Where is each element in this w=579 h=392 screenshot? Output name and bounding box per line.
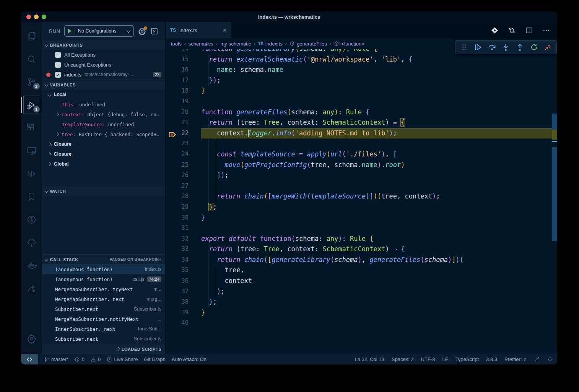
variables-section-header[interactable]: VARIABLES (42, 80, 165, 89)
gutter[interactable]: 31 (166, 223, 201, 234)
gutter[interactable]: 36 (166, 276, 201, 286)
checkbox-checked[interactable] (55, 72, 61, 78)
status-item-live-share[interactable]: Live Share (107, 356, 138, 362)
minimize-window-button[interactable] (34, 15, 39, 19)
call-stack-section-header[interactable]: CALL STACK PAUSED ON BREAKPOINT (42, 254, 165, 264)
breakpoints-section-header[interactable]: BREAKPOINTS (42, 40, 165, 50)
status-item-bell[interactable] (547, 357, 553, 362)
remote-indicator[interactable] (21, 354, 38, 364)
activity-item-docker[interactable] (23, 254, 41, 277)
gutter[interactable]: 19 (166, 96, 201, 107)
variable-row[interactable]: tree: HostTree {_backend: ScopedH… (42, 129, 165, 139)
zoom-window-button[interactable] (42, 15, 46, 19)
activity-item-explorer[interactable] (23, 24, 41, 47)
run-debug-diamond-icon[interactable] (491, 26, 499, 34)
activity-item-settings-gear[interactable] (23, 327, 41, 350)
activity-item-search[interactable] (23, 47, 41, 70)
breadcrumb-item[interactable]: schematics (189, 41, 213, 47)
gutter[interactable]: 40 (166, 318, 201, 329)
activity-item-run-debug[interactable]: 1 (23, 93, 41, 116)
breadcrumb-item[interactable]: tools (171, 41, 181, 47)
loaded-scripts-section-header[interactable]: LOADED SCRIPTS (42, 344, 165, 354)
open-changes-icon[interactable] (508, 26, 516, 34)
call-stack-frame[interactable]: (anonymous function)call.js74:24 (42, 274, 165, 284)
activity-item-bookmarks[interactable] (23, 185, 41, 208)
variable-row[interactable]: context: Object {debug: false, en… (42, 109, 165, 119)
variable-row[interactable]: Closure (42, 149, 165, 159)
gutter[interactable]: 17 (166, 75, 201, 86)
status-item-ln-22-col-13[interactable]: Ln 22, Col 13 (355, 356, 384, 362)
launch-config-dropdown[interactable]: No Configurations (64, 25, 134, 37)
gutter[interactable]: 29 (166, 202, 201, 213)
activity-item-gitlens[interactable] (23, 208, 41, 231)
breadcrumb-item[interactable]: my-schematic (220, 41, 251, 47)
gutter[interactable]: 21 (166, 117, 201, 128)
start-debug-icon[interactable] (68, 29, 72, 33)
variable-row[interactable]: Closure (42, 139, 165, 149)
status-item-feedback-person[interactable] (535, 357, 540, 362)
more-actions-icon[interactable] (542, 26, 550, 34)
variable-row[interactable]: Global (42, 159, 165, 169)
activity-item-extensions[interactable] (23, 116, 41, 139)
gutter[interactable]: 18 (166, 86, 201, 96)
gutter[interactable]: 24 (166, 149, 201, 160)
configure-gear-button[interactable] (138, 27, 146, 35)
gutter[interactable]: 39 (166, 307, 201, 318)
activity-item-remote-explorer[interactable] (23, 139, 41, 162)
status-item-typescript[interactable]: TypeScript (455, 356, 479, 362)
status-item-prettier-[interactable]: Prettier: ✓ (504, 356, 527, 362)
gutter[interactable]: 32 (166, 234, 201, 244)
overview-ruler[interactable] (552, 49, 557, 354)
gutter[interactable]: 27 (166, 181, 201, 192)
gutter[interactable]: 33 (166, 244, 201, 255)
variable-row[interactable]: Local (42, 89, 165, 99)
call-stack-frame[interactable]: InnerSubscriber._nextInnerSub... (42, 324, 165, 334)
activity-item-todo-tree[interactable] (23, 231, 41, 254)
status-item-git-graph[interactable]: Git Graph (144, 356, 165, 362)
gutter[interactable]: 28 (166, 191, 201, 202)
call-stack-frame[interactable]: Subscriber.nextSubscriber.ts (42, 334, 165, 344)
breadcrumb-item[interactable]: TSindex.ts (258, 41, 283, 47)
checkbox[interactable] (55, 62, 61, 68)
debug-console-button[interactable] (150, 27, 158, 35)
call-stack-frame[interactable]: MergeMapSubscriber._nextmerg... (42, 294, 165, 304)
disconnect-button[interactable] (542, 42, 554, 53)
breakpoint-row[interactable]: index.tstools/schematics/my-sch...22 (42, 70, 165, 80)
call-stack-frame[interactable]: Subscriber.nextSubscriber.ts (42, 304, 165, 314)
gutter[interactable]: 16 (166, 65, 201, 75)
breakpoint-row[interactable]: Uncaught Exceptions (42, 60, 165, 70)
activity-item-nx-console[interactable] (23, 162, 41, 185)
status-item-utf-8[interactable]: UTF-8 (421, 356, 435, 362)
gutter[interactable]: 20 (166, 107, 201, 118)
code-editor[interactable]: 14function generateLibrary(schema: any):… (166, 49, 557, 354)
gutter[interactable]: 37 (166, 286, 201, 297)
step-into-button[interactable] (500, 42, 512, 53)
status-item-0[interactable]: 0 (91, 356, 101, 362)
gutter[interactable]: 26 (166, 170, 201, 181)
call-stack-frame[interactable]: (anonymous function)index.ts (42, 264, 165, 274)
status-item-auto-attach-on[interactable]: Auto Attach: On (172, 356, 207, 362)
gutter[interactable]: 14 (166, 49, 201, 54)
gutter[interactable]: 34 (166, 255, 201, 265)
status-item-0[interactable]: 0 (75, 356, 85, 362)
split-editor-icon[interactable] (525, 26, 533, 34)
status-item-3-8-3[interactable]: 3.8.3 (486, 356, 497, 362)
step-over-button[interactable] (486, 42, 498, 53)
breakpoint-row[interactable]: All Exceptions (42, 50, 165, 60)
close-tab-icon[interactable]: × (223, 27, 227, 34)
gutter[interactable]: 35 (166, 265, 201, 276)
status-item-master-[interactable]: master* (44, 356, 68, 362)
status-item-lf[interactable]: LF (442, 356, 448, 362)
step-out-button[interactable] (514, 42, 526, 53)
gutter[interactable]: 15 (166, 54, 201, 65)
gutter[interactable]: 22 (166, 128, 201, 139)
continue-button[interactable] (472, 42, 484, 53)
call-stack-frame[interactable]: MergeMapSubscriber.notifyNext... (42, 314, 165, 324)
close-window-button[interactable] (26, 15, 31, 19)
gutter[interactable]: 25 (166, 160, 201, 171)
checkbox[interactable] (55, 52, 61, 58)
status-item-spaces-2[interactable]: Spaces: 2 (392, 356, 414, 362)
tab-index-ts[interactable]: TS index.ts × (166, 22, 231, 38)
gutter[interactable]: 23 (166, 138, 201, 149)
debug-toolbar-drag-handle[interactable] (458, 42, 470, 53)
